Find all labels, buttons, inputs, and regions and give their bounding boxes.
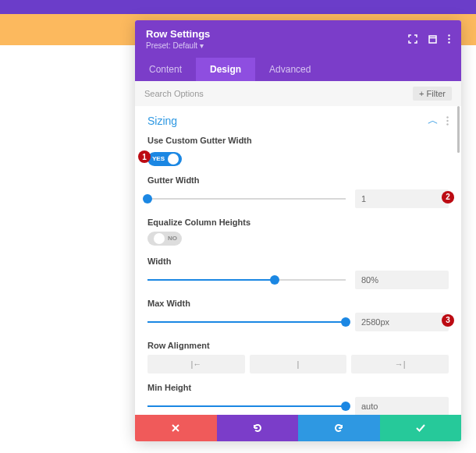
field-max-width: Max Width 3 — [147, 299, 449, 331]
tab-content[interactable]: Content — [135, 58, 196, 81]
input-gutter-width[interactable] — [355, 189, 449, 208]
field-min-height: Min Height — [147, 383, 449, 416]
settings-panel: Row Settings Preset: Default ▾ Content D… — [135, 20, 461, 441]
panel-preset[interactable]: Preset: Default ▾ — [146, 41, 210, 50]
panel-title: Row Settings — [146, 28, 210, 40]
field-equalize: Equalize Column Heights NO — [147, 218, 449, 247]
annotation-2: 2 — [442, 191, 454, 203]
expand-icon[interactable] — [408, 34, 417, 44]
panel-title-block: Row Settings Preset: Default ▾ — [146, 28, 210, 50]
field-row-alignment: Row Alignment |← | →| — [147, 341, 449, 373]
section-menu-icon[interactable] — [446, 116, 449, 126]
label-equalize: Equalize Column Heights — [147, 218, 449, 227]
section-controls: ︿ — [428, 114, 449, 128]
svg-point-4 — [448, 41, 449, 43]
window-icon[interactable] — [428, 35, 437, 44]
panel-header: Row Settings Preset: Default ▾ — [135, 20, 461, 58]
section-header[interactable]: Sizing ︿ — [147, 114, 449, 128]
page-purple-band — [0, 0, 476, 14]
toggle-yes-label: YES — [149, 155, 168, 162]
toggle-knob — [154, 233, 165, 244]
field-width: Width — [147, 257, 449, 289]
label-use-custom-gutter: Use Custom Gutter Width — [147, 136, 449, 145]
svg-point-2 — [448, 34, 449, 36]
slider-max-width[interactable] — [147, 317, 346, 327]
scrollbar[interactable] — [457, 106, 460, 153]
label-row-alignment: Row Alignment — [147, 341, 449, 350]
label-min-height: Min Height — [147, 383, 449, 392]
svg-point-3 — [448, 38, 449, 40]
menu-icon[interactable] — [448, 34, 450, 44]
input-max-width[interactable] — [355, 313, 449, 331]
toggle-equalize[interactable]: NO — [147, 232, 182, 246]
svg-point-5 — [446, 116, 448, 118]
search-input[interactable]: Search Options — [144, 89, 204, 98]
svg-point-7 — [446, 123, 448, 125]
toggle-custom-gutter[interactable]: YES — [147, 152, 182, 166]
field-gutter-width: Gutter Width 2 — [147, 175, 449, 208]
toggle-knob — [168, 154, 179, 165]
tab-design[interactable]: Design — [196, 58, 255, 81]
cancel-button[interactable] — [135, 415, 217, 441]
label-width: Width — [147, 257, 449, 266]
undo-button[interactable] — [217, 415, 299, 441]
confirm-button[interactable] — [380, 415, 462, 441]
slider-width[interactable] — [147, 274, 346, 285]
svg-point-6 — [446, 120, 448, 122]
label-gutter-width: Gutter Width — [147, 175, 449, 185]
input-min-height[interactable] — [355, 397, 449, 416]
header-icons — [408, 34, 450, 44]
filter-button[interactable]: + Filter — [413, 87, 452, 101]
annotation-3: 3 — [442, 314, 454, 327]
section-title-text: Sizing — [147, 115, 177, 127]
field-use-custom-gutter: Use Custom Gutter Width 1 YES — [147, 136, 449, 166]
tab-advanced[interactable]: Advanced — [255, 58, 325, 81]
panel-footer — [135, 415, 461, 441]
label-max-width: Max Width — [147, 299, 449, 308]
align-left-button[interactable]: |← — [147, 355, 245, 373]
toggle-no-label: NO — [165, 235, 180, 242]
tabs: Content Design Advanced — [135, 58, 461, 81]
slider-min-height[interactable] — [147, 401, 346, 412]
search-row: Search Options + Filter — [135, 81, 461, 106]
redo-button[interactable] — [298, 415, 380, 441]
input-width[interactable] — [355, 271, 449, 289]
align-center-button[interactable]: | — [250, 355, 347, 373]
svg-rect-0 — [429, 36, 436, 43]
panel-content: Sizing ︿ Use Custom Gutter Width 1 YES G… — [135, 106, 461, 415]
slider-gutter-width[interactable] — [147, 193, 346, 204]
annotation-1: 1 — [138, 150, 151, 163]
align-right-button[interactable]: →| — [351, 355, 449, 373]
chevron-up-icon[interactable]: ︿ — [428, 114, 439, 128]
